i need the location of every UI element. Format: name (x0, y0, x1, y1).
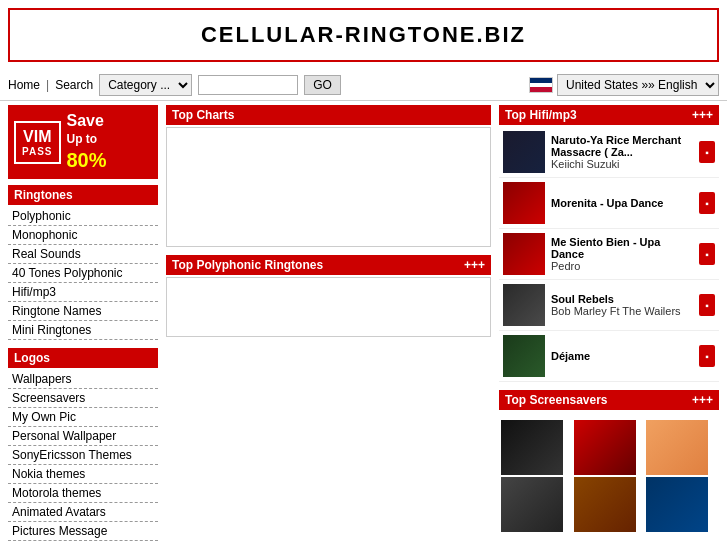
screensaver-thumb-4[interactable] (501, 477, 563, 532)
flag-icon (529, 77, 553, 93)
hit-item-2[interactable]: Morenita - Upa Dance ▪ (499, 178, 719, 229)
hit-item-1[interactable]: Naruto-Ya Rice Merchant Massacre ( Za...… (499, 127, 719, 178)
top-polyphonic-plus[interactable]: +++ (464, 258, 485, 272)
nav-link-nokia[interactable]: Nokia themes (12, 467, 85, 481)
phone-icon-4: ▪ (699, 294, 715, 316)
center-content: Top Charts Top Polyphonic Ringtones +++ (158, 105, 499, 545)
list-item[interactable]: 40 Tones Polyphonic (8, 264, 158, 283)
ad-banner[interactable]: VIM PASS Save Up to 80% (8, 105, 158, 179)
hit-title-2: Morenita - Upa Dance (551, 197, 693, 209)
ringtones-header: Ringtones (8, 185, 158, 205)
ad-save: Save (67, 111, 107, 132)
nav-link-sonyericsson[interactable]: SonyEricsson Themes (12, 448, 132, 462)
vim-pass-logo: VIM PASS (14, 121, 61, 164)
phone-icon-5: ▪ (699, 345, 715, 367)
list-item[interactable]: Ringtone Names (8, 302, 158, 321)
category-select[interactable]: Category ... (99, 74, 192, 96)
nav-link-my-own-pic[interactable]: My Own Pic (12, 410, 76, 424)
ad-upto: Up to (67, 132, 107, 148)
list-item[interactable]: Biz Logos (8, 541, 158, 545)
site-header: CELLULAR-RINGTONE.BIZ (8, 8, 719, 62)
nav-link-mini-ringtones[interactable]: Mini Ringtones (12, 323, 91, 337)
list-item[interactable]: Motorola themes (8, 484, 158, 503)
list-item[interactable]: Monophonic (8, 226, 158, 245)
nav-link-40tones[interactable]: 40 Tones Polyphonic (12, 266, 123, 280)
top-hifi-header: Top Hifi/mp3 +++ (499, 105, 719, 125)
list-item[interactable]: Hifi/mp3 (8, 283, 158, 302)
screensaver-thumb-2[interactable] (574, 420, 636, 475)
ad-text: Save Up to 80% (67, 111, 107, 173)
list-item[interactable]: Wallpapers (8, 370, 158, 389)
search-input[interactable] (198, 75, 298, 95)
hit-item-3[interactable]: Me Siento Bien - Upa Dance Pedro ▪ (499, 229, 719, 280)
list-item[interactable]: Personal Wallpaper (8, 427, 158, 446)
vim-text: VIM (22, 127, 53, 146)
home-link[interactable]: Home (8, 78, 40, 92)
list-item[interactable]: My Own Pic (8, 408, 158, 427)
nav-link-screensavers[interactable]: Screensavers (12, 391, 85, 405)
language-select[interactable]: United States »» English (557, 74, 719, 96)
top-charts-title: Top Charts (172, 108, 234, 122)
hit-title-3: Me Siento Bien - Upa Dance (551, 236, 693, 260)
nav-link-real-sounds[interactable]: Real Sounds (12, 247, 81, 261)
list-item[interactable]: Polyphonic (8, 207, 158, 226)
hit-info-4: Soul Rebels Bob Marley Ft The Wailers (551, 293, 693, 317)
go-button[interactable]: GO (304, 75, 341, 95)
nav-link-polyphonic[interactable]: Polyphonic (12, 209, 71, 223)
list-item[interactable]: Animated Avatars (8, 503, 158, 522)
hit-title-5: Déjame (551, 350, 693, 362)
logos-header: Logos (8, 348, 158, 368)
hit-item-5[interactable]: Déjame ▪ (499, 331, 719, 382)
hit-item-4[interactable]: Soul Rebels Bob Marley Ft The Wailers ▪ (499, 280, 719, 331)
screensaver-thumb-6[interactable] (646, 477, 708, 532)
phone-icon-2: ▪ (699, 192, 715, 214)
ringtones-nav: Polyphonic Monophonic Real Sounds 40 Ton… (8, 207, 158, 340)
top-screensavers-header: Top Screensavers +++ (499, 390, 719, 410)
screensaver-thumb-5[interactable] (574, 477, 636, 532)
top-screensavers-title: Top Screensavers (505, 393, 608, 407)
hit-artist-4: Bob Marley Ft The Wailers (551, 305, 693, 317)
list-item[interactable]: Real Sounds (8, 245, 158, 264)
hit-artist-3: Pedro (551, 260, 693, 272)
list-item[interactable]: Screensavers (8, 389, 158, 408)
nav-link-personal-wallpaper[interactable]: Personal Wallpaper (12, 429, 116, 443)
top-polyphonic-title: Top Polyphonic Ringtones (172, 258, 323, 272)
ad-percent: 80% (67, 147, 107, 173)
nav-link-ringtone-names[interactable]: Ringtone Names (12, 304, 101, 318)
hit-info-2: Morenita - Upa Dance (551, 197, 693, 209)
nav-link-motorola[interactable]: Motorola themes (12, 486, 101, 500)
screensaver-thumb-1[interactable] (501, 420, 563, 475)
right-panel: Top Hifi/mp3 +++ Naruto-Ya Rice Merchant… (499, 105, 719, 545)
list-item[interactable]: SonyEricsson Themes (8, 446, 158, 465)
nav-link-pictures-message[interactable]: Pictures Message (12, 524, 107, 538)
hit-info-3: Me Siento Bien - Upa Dance Pedro (551, 236, 693, 272)
top-charts-box (166, 127, 491, 247)
list-item[interactable]: Nokia themes (8, 465, 158, 484)
phone-icon-1: ▪ (699, 141, 715, 163)
site-title: CELLULAR-RINGTONE.BIZ (22, 22, 705, 48)
nav-link-hifi[interactable]: Hifi/mp3 (12, 285, 56, 299)
top-screensavers-plus[interactable]: +++ (692, 393, 713, 407)
hit-thumb-4 (503, 284, 545, 326)
hit-title-1: Naruto-Ya Rice Merchant Massacre ( Za... (551, 134, 693, 158)
hit-thumb-5 (503, 335, 545, 377)
list-item[interactable]: Pictures Message (8, 522, 158, 541)
nav-link-wallpapers[interactable]: Wallpapers (12, 372, 72, 386)
top-charts-header: Top Charts (166, 105, 491, 125)
phone-icon-3: ▪ (699, 243, 715, 265)
language-selector: United States »» English (529, 74, 719, 96)
search-label: Search (55, 78, 93, 92)
toolbar: Home | Search Category ... GO United Sta… (0, 70, 727, 101)
logos-nav: Wallpapers Screensavers My Own Pic Perso… (8, 370, 158, 545)
nav-link-monophonic[interactable]: Monophonic (12, 228, 77, 242)
sidebar: VIM PASS Save Up to 80% Ringtones Polyph… (8, 105, 158, 545)
nav-link-animated-avatars[interactable]: Animated Avatars (12, 505, 106, 519)
hit-thumb-3 (503, 233, 545, 275)
top-hifi-plus[interactable]: +++ (692, 108, 713, 122)
hit-artist-1: Keiichi Suzuki (551, 158, 693, 170)
screensaver-grid (499, 418, 719, 534)
hit-thumb-2 (503, 182, 545, 224)
list-item[interactable]: Mini Ringtones (8, 321, 158, 340)
main-content: VIM PASS Save Up to 80% Ringtones Polyph… (0, 101, 727, 545)
screensaver-thumb-3[interactable] (646, 420, 708, 475)
